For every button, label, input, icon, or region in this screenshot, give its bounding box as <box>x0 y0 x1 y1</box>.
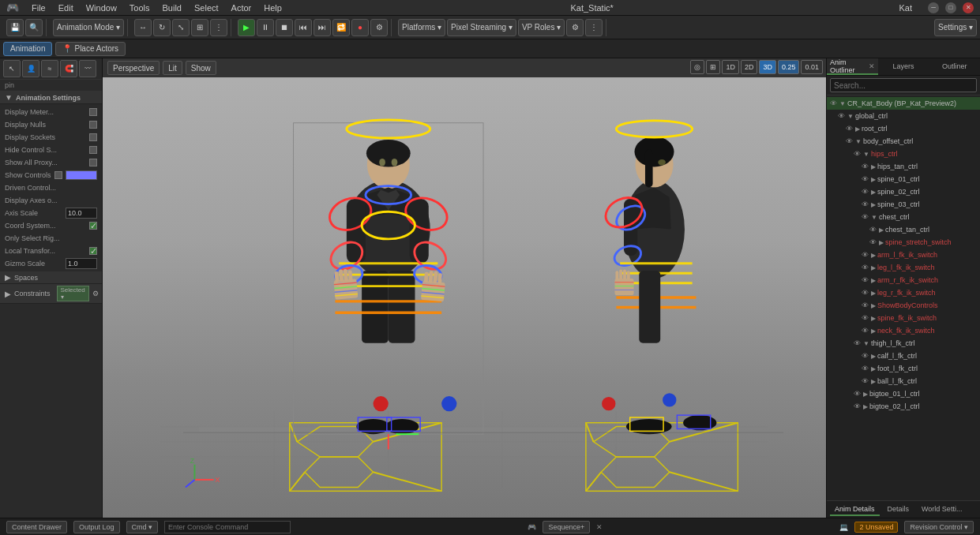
checkbox-show-proxy[interactable] <box>89 159 97 166</box>
expand-arrow[interactable]: ▶ <box>871 189 876 196</box>
visibility-icon[interactable]: 👁 <box>854 402 861 410</box>
anim-outliner-tab[interactable]: Anim Outliner ✕ <box>827 58 878 75</box>
tool-snapper[interactable]: 🧲 <box>60 60 77 77</box>
constraints-header[interactable]: ▶ Constraints Selected ▾ ⚙ <box>0 284 102 304</box>
tree-item[interactable]: 👁▼hips_ctrl <box>827 148 980 160</box>
tool-tweens[interactable]: ≈ <box>41 60 58 77</box>
more-btn[interactable]: ⋮ <box>210 19 227 36</box>
transform-btn[interactable]: ⊞ <box>191 19 208 36</box>
tree-item[interactable]: 👁▼global_ctrl <box>827 110 980 122</box>
expand-arrow[interactable]: ▼ <box>871 214 877 221</box>
play-btn[interactable]: ▶ <box>238 19 255 36</box>
visibility-icon[interactable]: 👁 <box>862 352 869 360</box>
checkbox-display-meter[interactable] <box>89 108 97 116</box>
tree-item[interactable]: 👁▶hips_tan_ctrl <box>827 160 980 173</box>
settings2-btn[interactable]: ⚙ <box>370 19 388 36</box>
constraints-settings-icon[interactable]: ⚙ <box>92 290 99 297</box>
close-sequence-btn[interactable]: ✕ <box>596 523 603 531</box>
visibility-icon[interactable]: 👁 <box>862 163 869 170</box>
expand-arrow[interactable]: ▼ <box>839 100 846 107</box>
streaming-btn[interactable]: Pixel Streaming ▾ <box>447 19 516 36</box>
close-btn[interactable]: ✕ <box>963 2 974 13</box>
view-1d-btn[interactable]: 1D <box>722 60 739 74</box>
expand-arrow[interactable]: ▶ <box>855 125 860 133</box>
visibility-icon[interactable]: 👁 <box>862 377 869 385</box>
menu-file[interactable]: File <box>28 3 49 13</box>
tree-item[interactable]: 👁▶spine_03_ctrl <box>827 198 980 211</box>
expand-arrow[interactable]: ▶ <box>871 302 876 309</box>
console-input[interactable] <box>164 521 291 533</box>
expand-arrow[interactable]: ▶ <box>871 290 876 297</box>
visibility-icon[interactable]: 👁 <box>862 213 869 221</box>
move-btn[interactable]: ↔ <box>134 19 152 36</box>
place-actors-tab[interactable]: 📍 Place Actors <box>55 42 126 56</box>
color-swatch[interactable] <box>66 170 97 180</box>
expand-arrow[interactable]: ▼ <box>863 151 869 158</box>
tree-item[interactable]: 👁▶foot_l_fk_ctrl <box>827 362 980 375</box>
visibility-icon[interactable]: 👁 <box>846 137 853 145</box>
animation-tab[interactable]: Animation <box>3 42 52 56</box>
anim-outliner-close[interactable]: ✕ <box>869 62 875 70</box>
visibility-icon[interactable]: 👁 <box>862 365 869 372</box>
tree-item[interactable]: 👁▶ShowBodyControls <box>827 299 980 312</box>
outliner-tab[interactable]: Outliner <box>929 58 980 75</box>
expand-arrow[interactable]: ▶ <box>871 264 876 271</box>
minimize-btn[interactable]: ─ <box>928 2 939 13</box>
expand-arrow[interactable]: ▶ <box>879 239 884 246</box>
visibility-icon[interactable]: 👁 <box>869 238 877 246</box>
visibility-icon[interactable]: 👁 <box>854 150 861 158</box>
scale-btn[interactable]: ⤡ <box>172 19 190 36</box>
pause-btn[interactable]: ⏸ <box>257 19 274 36</box>
checkbox-show-controls[interactable] <box>54 171 62 179</box>
menu-tools[interactable]: Tools <box>126 3 153 13</box>
tree-item[interactable]: 👁▶chest_tan_ctrl <box>827 223 980 236</box>
visibility-icon[interactable]: 👁 <box>862 327 869 335</box>
tree-item[interactable]: 👁▶arm_l_fk_ik_switch <box>827 249 980 261</box>
tree-item[interactable]: 👁▶spine_02_ctrl <box>827 185 980 198</box>
expand-arrow[interactable]: ▶ <box>871 252 876 259</box>
platforms-btn[interactable]: Platforms ▾ <box>398 19 445 36</box>
vp-roles-btn[interactable]: VP Roles ▾ <box>518 19 565 36</box>
animation-mode-btn[interactable]: Animation Mode ▾ <box>53 19 124 36</box>
tree-item[interactable]: 👁▶spine_fk_ik_switch <box>827 312 980 324</box>
content-drawer-btn[interactable]: Content Drawer <box>6 521 67 533</box>
menu-select[interactable]: Select <box>191 3 222 13</box>
skip-start-btn[interactable]: ⏮ <box>295 19 312 36</box>
checkbox-hide-control[interactable] <box>89 146 97 154</box>
visibility-icon[interactable]: 👁 <box>862 289 869 297</box>
expand-arrow[interactable]: ▶ <box>871 201 876 208</box>
expand-arrow[interactable]: ▶ <box>871 176 876 183</box>
tool-trails[interactable]: 〰 <box>79 60 96 77</box>
expand-arrow[interactable]: ▶ <box>871 378 876 385</box>
tree-item[interactable]: 👁▶leg_r_fk_ik_switch <box>827 286 980 299</box>
tool-select[interactable]: ↖ <box>3 60 21 77</box>
loop-btn[interactable]: 🔁 <box>332 19 350 36</box>
visibility-icon[interactable]: 👁 <box>862 251 869 259</box>
visibility-icon[interactable]: 👁 <box>846 125 853 133</box>
checkbox-local[interactable]: ✓ <box>89 247 97 255</box>
search-btn[interactable]: 🔍 <box>25 19 43 36</box>
visibility-icon[interactable]: 👁 <box>854 390 861 398</box>
checkbox-coord[interactable]: ✓ <box>89 222 97 230</box>
tree-item[interactable]: 👁▶bigtoe_02_l_ctrl <box>827 400 980 413</box>
tree-item[interactable]: 👁▼chest_ctrl <box>827 211 980 223</box>
sequence-btn[interactable]: Sequence+ <box>543 521 590 533</box>
expand-arrow[interactable]: ▼ <box>863 340 869 347</box>
visibility-icon[interactable]: 👁 <box>862 264 869 271</box>
visibility-icon[interactable]: 👁 <box>862 175 869 183</box>
expand-arrow[interactable]: ▶ <box>871 277 876 284</box>
show-btn[interactable]: Show <box>186 61 216 75</box>
tree-item[interactable]: 👁▶spine_01_ctrl <box>827 173 980 185</box>
tree-item[interactable]: 👁▶bigtoe_01_l_ctrl <box>827 387 980 400</box>
tree-item[interactable]: 👁▶calf_l_fk_ctrl <box>827 350 980 362</box>
skip-end-btn[interactable]: ⏭ <box>314 19 331 36</box>
global-settings-btn[interactable]: Settings ▾ <box>934 19 977 36</box>
menu-actor[interactable]: Actor <box>228 3 255 13</box>
view-3d-btn[interactable]: 3D <box>759 60 776 74</box>
expand-arrow[interactable]: ▶ <box>871 327 876 335</box>
world-settings-tab[interactable]: World Setti... <box>917 503 967 516</box>
vp-settings-btn[interactable]: ⚙ <box>566 19 584 36</box>
selected-btn[interactable]: Selected ▾ <box>57 286 89 301</box>
maximize-btn[interactable]: □ <box>945 2 956 13</box>
tree-item[interactable]: 👁▼thigh_l_fk_ctrl <box>827 337 980 350</box>
